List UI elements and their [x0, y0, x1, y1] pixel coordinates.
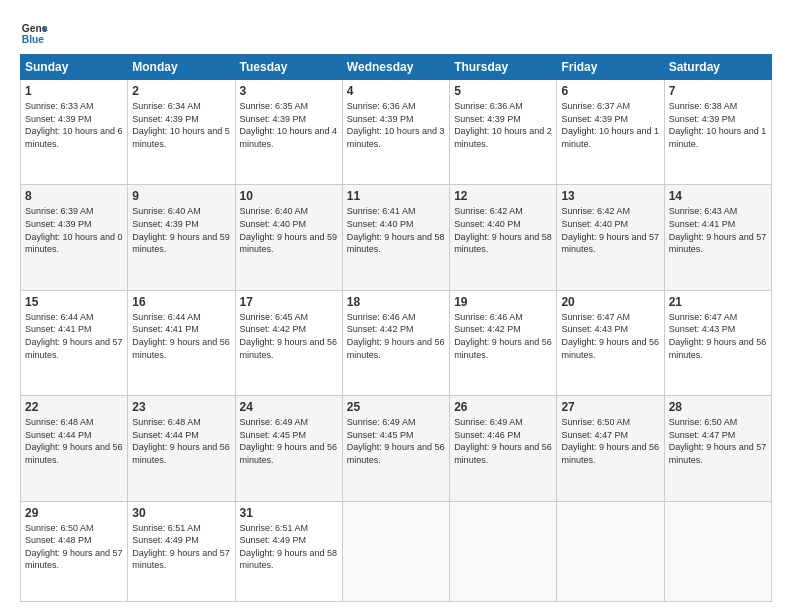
day-number: 19 — [454, 295, 552, 309]
day-number: 16 — [132, 295, 230, 309]
day-info: Sunrise: 6:34 AMSunset: 4:39 PMDaylight:… — [132, 101, 230, 149]
day-number: 6 — [561, 84, 659, 98]
calendar-cell: 13 Sunrise: 6:42 AMSunset: 4:40 PMDaylig… — [557, 185, 664, 290]
calendar-cell: 5 Sunrise: 6:36 AMSunset: 4:39 PMDayligh… — [450, 80, 557, 185]
calendar-cell: 2 Sunrise: 6:34 AMSunset: 4:39 PMDayligh… — [128, 80, 235, 185]
day-number: 8 — [25, 189, 123, 203]
day-info: Sunrise: 6:50 AMSunset: 4:48 PMDaylight:… — [25, 523, 123, 571]
calendar-cell: 8 Sunrise: 6:39 AMSunset: 4:39 PMDayligh… — [21, 185, 128, 290]
day-number: 15 — [25, 295, 123, 309]
day-info: Sunrise: 6:48 AMSunset: 4:44 PMDaylight:… — [25, 417, 123, 465]
day-info: Sunrise: 6:46 AMSunset: 4:42 PMDaylight:… — [347, 312, 445, 360]
day-info: Sunrise: 6:41 AMSunset: 4:40 PMDaylight:… — [347, 206, 445, 254]
calendar-cell: 31 Sunrise: 6:51 AMSunset: 4:49 PMDaylig… — [235, 501, 342, 602]
day-header-wednesday: Wednesday — [342, 55, 449, 80]
calendar-cell: 22 Sunrise: 6:48 AMSunset: 4:44 PMDaylig… — [21, 396, 128, 501]
calendar-cell: 30 Sunrise: 6:51 AMSunset: 4:49 PMDaylig… — [128, 501, 235, 602]
day-number: 24 — [240, 400, 338, 414]
calendar-cell: 18 Sunrise: 6:46 AMSunset: 4:42 PMDaylig… — [342, 290, 449, 395]
day-info: Sunrise: 6:40 AMSunset: 4:39 PMDaylight:… — [132, 206, 230, 254]
day-info: Sunrise: 6:36 AMSunset: 4:39 PMDaylight:… — [454, 101, 552, 149]
day-info: Sunrise: 6:49 AMSunset: 4:45 PMDaylight:… — [240, 417, 338, 465]
day-number: 14 — [669, 189, 767, 203]
day-number: 21 — [669, 295, 767, 309]
day-header-friday: Friday — [557, 55, 664, 80]
day-number: 29 — [25, 506, 123, 520]
day-number: 23 — [132, 400, 230, 414]
calendar-cell: 26 Sunrise: 6:49 AMSunset: 4:46 PMDaylig… — [450, 396, 557, 501]
day-info: Sunrise: 6:42 AMSunset: 4:40 PMDaylight:… — [454, 206, 552, 254]
day-number: 28 — [669, 400, 767, 414]
calendar-cell: 27 Sunrise: 6:50 AMSunset: 4:47 PMDaylig… — [557, 396, 664, 501]
day-number: 30 — [132, 506, 230, 520]
day-info: Sunrise: 6:51 AMSunset: 4:49 PMDaylight:… — [132, 523, 230, 571]
day-number: 1 — [25, 84, 123, 98]
day-number: 20 — [561, 295, 659, 309]
calendar-cell: 16 Sunrise: 6:44 AMSunset: 4:41 PMDaylig… — [128, 290, 235, 395]
calendar-cell: 21 Sunrise: 6:47 AMSunset: 4:43 PMDaylig… — [664, 290, 771, 395]
calendar-cell: 24 Sunrise: 6:49 AMSunset: 4:45 PMDaylig… — [235, 396, 342, 501]
svg-text:Blue: Blue — [22, 34, 45, 45]
day-info: Sunrise: 6:49 AMSunset: 4:45 PMDaylight:… — [347, 417, 445, 465]
day-header-saturday: Saturday — [664, 55, 771, 80]
calendar-cell: 4 Sunrise: 6:36 AMSunset: 4:39 PMDayligh… — [342, 80, 449, 185]
day-info: Sunrise: 6:35 AMSunset: 4:39 PMDaylight:… — [240, 101, 338, 149]
day-info: Sunrise: 6:50 AMSunset: 4:47 PMDaylight:… — [669, 417, 767, 465]
calendar-cell — [450, 501, 557, 602]
calendar-cell: 7 Sunrise: 6:38 AMSunset: 4:39 PMDayligh… — [664, 80, 771, 185]
calendar-cell: 23 Sunrise: 6:48 AMSunset: 4:44 PMDaylig… — [128, 396, 235, 501]
day-info: Sunrise: 6:42 AMSunset: 4:40 PMDaylight:… — [561, 206, 659, 254]
day-number: 31 — [240, 506, 338, 520]
logo: General Blue — [20, 18, 52, 46]
calendar-cell — [664, 501, 771, 602]
calendar-cell: 10 Sunrise: 6:40 AMSunset: 4:40 PMDaylig… — [235, 185, 342, 290]
day-number: 17 — [240, 295, 338, 309]
day-number: 13 — [561, 189, 659, 203]
day-number: 26 — [454, 400, 552, 414]
day-header-sunday: Sunday — [21, 55, 128, 80]
day-number: 18 — [347, 295, 445, 309]
calendar-cell — [342, 501, 449, 602]
calendar-cell: 3 Sunrise: 6:35 AMSunset: 4:39 PMDayligh… — [235, 80, 342, 185]
day-info: Sunrise: 6:49 AMSunset: 4:46 PMDaylight:… — [454, 417, 552, 465]
day-number: 12 — [454, 189, 552, 203]
calendar-cell: 11 Sunrise: 6:41 AMSunset: 4:40 PMDaylig… — [342, 185, 449, 290]
day-number: 11 — [347, 189, 445, 203]
day-number: 10 — [240, 189, 338, 203]
calendar-cell: 9 Sunrise: 6:40 AMSunset: 4:39 PMDayligh… — [128, 185, 235, 290]
day-info: Sunrise: 6:48 AMSunset: 4:44 PMDaylight:… — [132, 417, 230, 465]
calendar-cell: 1 Sunrise: 6:33 AMSunset: 4:39 PMDayligh… — [21, 80, 128, 185]
day-number: 3 — [240, 84, 338, 98]
day-number: 2 — [132, 84, 230, 98]
calendar-page: General Blue SundayMondayTuesdayWednesda… — [0, 0, 792, 612]
day-info: Sunrise: 6:33 AMSunset: 4:39 PMDaylight:… — [25, 101, 123, 149]
day-number: 4 — [347, 84, 445, 98]
day-number: 5 — [454, 84, 552, 98]
day-info: Sunrise: 6:44 AMSunset: 4:41 PMDaylight:… — [132, 312, 230, 360]
calendar-cell: 29 Sunrise: 6:50 AMSunset: 4:48 PMDaylig… — [21, 501, 128, 602]
day-info: Sunrise: 6:40 AMSunset: 4:40 PMDaylight:… — [240, 206, 338, 254]
calendar-cell: 12 Sunrise: 6:42 AMSunset: 4:40 PMDaylig… — [450, 185, 557, 290]
day-info: Sunrise: 6:39 AMSunset: 4:39 PMDaylight:… — [25, 206, 123, 254]
day-info: Sunrise: 6:36 AMSunset: 4:39 PMDaylight:… — [347, 101, 445, 149]
calendar-cell: 17 Sunrise: 6:45 AMSunset: 4:42 PMDaylig… — [235, 290, 342, 395]
day-header-thursday: Thursday — [450, 55, 557, 80]
calendar-cell: 6 Sunrise: 6:37 AMSunset: 4:39 PMDayligh… — [557, 80, 664, 185]
day-info: Sunrise: 6:47 AMSunset: 4:43 PMDaylight:… — [669, 312, 767, 360]
day-info: Sunrise: 6:50 AMSunset: 4:47 PMDaylight:… — [561, 417, 659, 465]
day-header-monday: Monday — [128, 55, 235, 80]
day-number: 9 — [132, 189, 230, 203]
calendar-cell: 15 Sunrise: 6:44 AMSunset: 4:41 PMDaylig… — [21, 290, 128, 395]
calendar-table: SundayMondayTuesdayWednesdayThursdayFrid… — [20, 54, 772, 602]
day-number: 25 — [347, 400, 445, 414]
day-number: 22 — [25, 400, 123, 414]
calendar-cell: 14 Sunrise: 6:43 AMSunset: 4:41 PMDaylig… — [664, 185, 771, 290]
calendar-cell: 28 Sunrise: 6:50 AMSunset: 4:47 PMDaylig… — [664, 396, 771, 501]
day-info: Sunrise: 6:38 AMSunset: 4:39 PMDaylight:… — [669, 101, 767, 149]
day-info: Sunrise: 6:37 AMSunset: 4:39 PMDaylight:… — [561, 101, 659, 149]
logo-icon: General Blue — [20, 18, 48, 46]
calendar-cell: 19 Sunrise: 6:46 AMSunset: 4:42 PMDaylig… — [450, 290, 557, 395]
day-info: Sunrise: 6:47 AMSunset: 4:43 PMDaylight:… — [561, 312, 659, 360]
calendar-cell — [557, 501, 664, 602]
calendar-cell: 20 Sunrise: 6:47 AMSunset: 4:43 PMDaylig… — [557, 290, 664, 395]
